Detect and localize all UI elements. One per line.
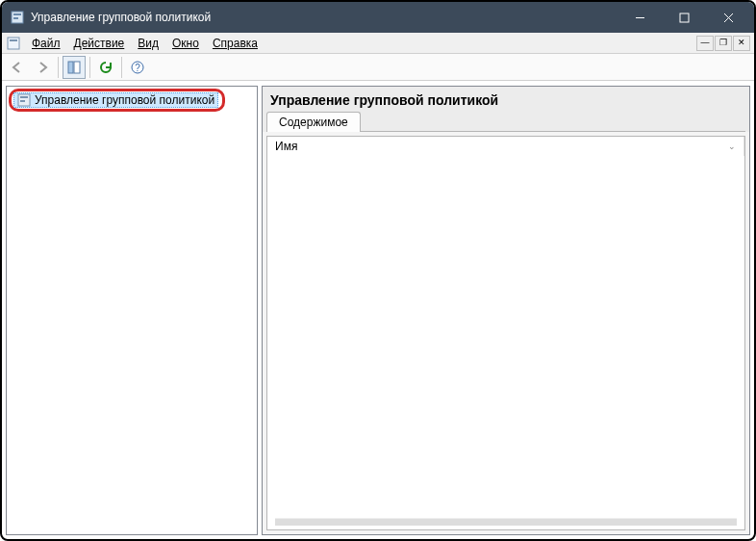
svg-rect-2: [13, 17, 18, 19]
list-view[interactable]: Имя ⌄: [266, 136, 745, 530]
tabs-spacer: [361, 131, 745, 132]
content-heading: Управление групповой политикой: [263, 87, 749, 112]
close-button[interactable]: [706, 3, 750, 32]
console-root-icon: [17, 93, 31, 107]
svg-rect-10: [74, 62, 80, 73]
toolbar-separator: [89, 57, 90, 78]
svg-rect-9: [68, 62, 73, 73]
svg-rect-14: [20, 96, 28, 98]
mmc-icon: [6, 36, 21, 51]
tree-pane[interactable]: Управление групповой политикой: [6, 86, 258, 535]
svg-rect-8: [10, 39, 17, 41]
minimize-button[interactable]: [617, 3, 662, 32]
column-header-name[interactable]: Имя ⌄: [267, 137, 744, 156]
horizontal-scrollbar[interactable]: [275, 518, 737, 526]
svg-rect-4: [680, 13, 689, 22]
toolbar-separator: [121, 57, 122, 78]
titlebar: Управление групповой политикой: [2, 2, 754, 33]
maximize-button[interactable]: [662, 3, 706, 32]
tree-root-label: Управление групповой политикой: [35, 93, 214, 107]
svg-text:?: ?: [135, 63, 140, 73]
menu-help[interactable]: Справка: [206, 37, 265, 50]
show-hide-tree-button[interactable]: [63, 56, 86, 79]
svg-rect-1: [13, 13, 21, 15]
menu-window[interactable]: Окно: [165, 37, 206, 50]
tree-root-node[interactable]: Управление групповой политикой: [9, 89, 225, 112]
svg-rect-15: [20, 100, 25, 102]
toolbar-separator: [58, 57, 59, 78]
help-button[interactable]: ?: [126, 56, 149, 79]
toolbar: ?: [2, 54, 754, 81]
mdi-close-button[interactable]: ✕: [733, 36, 750, 51]
app-window: Управление групповой политикой Файл Дейс…: [0, 0, 756, 541]
body-area: Управление групповой политикой Управлени…: [2, 81, 754, 539]
tab-contents[interactable]: Содержимое: [266, 112, 361, 132]
menu-view[interactable]: Вид: [131, 37, 165, 50]
tabs-row: Содержимое: [263, 112, 749, 132]
mdi-minimize-button[interactable]: —: [696, 36, 714, 51]
column-header-row: Имя ⌄: [267, 137, 744, 156]
mdi-restore-button[interactable]: ❐: [715, 36, 732, 51]
window-title: Управление групповой политикой: [31, 11, 617, 24]
menubar: Файл Действие Вид Окно Справка — ❐ ✕: [2, 33, 754, 54]
nav-back-button[interactable]: [6, 56, 29, 79]
nav-forward-button[interactable]: [31, 56, 54, 79]
column-header-name-label: Имя: [275, 140, 297, 153]
list-body[interactable]: [267, 156, 744, 518]
refresh-button[interactable]: [94, 56, 117, 79]
svg-rect-7: [8, 38, 19, 49]
app-icon: [10, 10, 25, 25]
sort-indicator-icon: ⌄: [728, 142, 736, 151]
menu-file[interactable]: Файл: [25, 37, 67, 50]
menu-action[interactable]: Действие: [67, 37, 132, 50]
content-pane: Управление групповой политикой Содержимо…: [262, 86, 750, 535]
